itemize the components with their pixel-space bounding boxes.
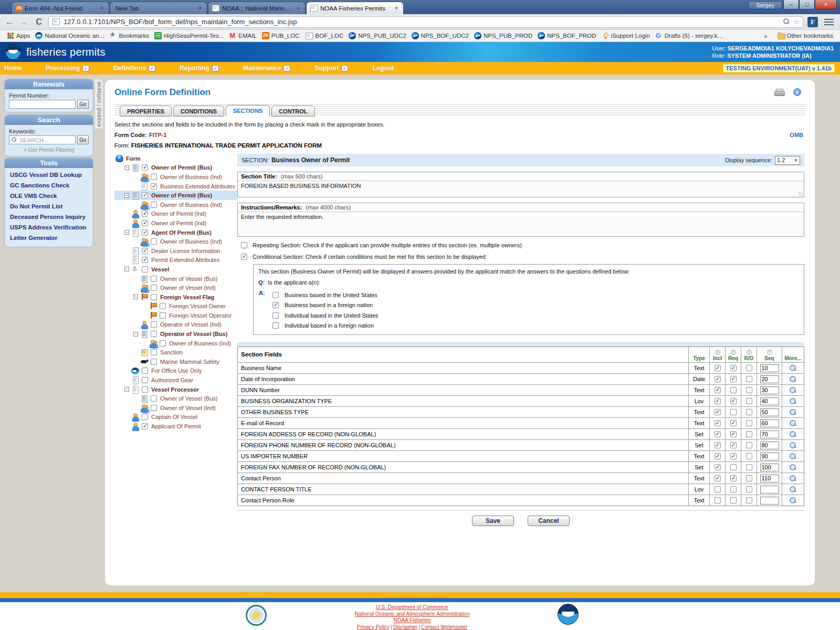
bookmark-item[interactable]: EMAIL: [226, 32, 259, 39]
req-checkbox[interactable]: [730, 387, 737, 393]
tree-item[interactable]: Owner of Permit (Ind): [114, 218, 237, 228]
dropdown-check-icon[interactable]: ✓: [284, 65, 290, 71]
nav-item-processing[interactable]: Processing✓: [46, 65, 89, 72]
nav-item-home[interactable]: Home: [4, 65, 22, 72]
tree-item-checkbox[interactable]: [151, 395, 157, 402]
bookmark-item[interactable]: Drafts (5) - sergey.k...: [653, 32, 725, 39]
ro-checkbox[interactable]: [746, 398, 752, 404]
tree-item[interactable]: Owner of Business (Ind): [114, 200, 237, 209]
tree-item-label[interactable]: Applicant Of Permit: [150, 423, 203, 429]
help-icon[interactable]: ?: [715, 350, 720, 355]
footer-link-commerce[interactable]: U.S. Department of Commerce: [376, 604, 448, 610]
tree-item-checkbox[interactable]: [142, 377, 148, 383]
tree-item[interactable]: Permit Extended Attributes: [114, 256, 237, 265]
field-details-magnifier-icon[interactable]: [790, 365, 796, 372]
tree-item-label[interactable]: Owner of Vessel (Bus): [159, 395, 219, 402]
search-icon[interactable]: [783, 18, 790, 25]
use-permit-filtering-link[interactable]: > Use Permit Filtering: [9, 147, 89, 153]
field-details-magnifier-icon[interactable]: [790, 497, 796, 504]
req-checkbox[interactable]: [730, 420, 737, 426]
tree-item-checkbox[interactable]: [160, 303, 166, 309]
tree-item-checkbox[interactable]: [151, 359, 157, 365]
field-details-magnifier-icon[interactable]: [790, 387, 796, 394]
tree-item[interactable]: −Foreign Vessel Flag: [114, 292, 237, 302]
url-text[interactable]: 127.0.0.1:7101/NPS_BOF/bof_form_def/nps_…: [64, 18, 780, 26]
tree-item[interactable]: Authorized Gear: [114, 375, 237, 385]
tree-item-label[interactable]: Captain Of Vessel: [150, 414, 199, 420]
incl-checkbox[interactable]: [715, 376, 721, 382]
seq-input[interactable]: [760, 386, 779, 394]
tree-collapse-icon[interactable]: −: [124, 193, 129, 198]
seq-input[interactable]: [760, 375, 779, 383]
ro-checkbox[interactable]: [746, 464, 752, 470]
tree-item-checkbox[interactable]: [142, 211, 148, 217]
omb-link[interactable]: OMB: [790, 132, 803, 138]
tree-collapse-icon[interactable]: −: [124, 387, 129, 392]
bookmark-item[interactable]: NPS_PUB_UDC2: [346, 32, 408, 39]
dropdown-check-icon[interactable]: ✓: [212, 65, 219, 71]
browser-tab[interactable]: New Tab×: [110, 2, 207, 14]
tree-item-label[interactable]: For Office Use Only: [150, 368, 203, 374]
dropdown-check-icon[interactable]: ✓: [341, 65, 348, 71]
footer-link-privacy[interactable]: Privacy Policy: [357, 624, 390, 630]
help-icon[interactable]: ?: [731, 350, 736, 355]
bookmark-item[interactable]: NPS_PUB_PROD: [471, 32, 535, 39]
tree-collapse-icon[interactable]: −: [124, 267, 129, 271]
tree-item[interactable]: −Agent Of Permit (Bus): [114, 228, 237, 237]
tree-item-label[interactable]: Owner of Business (Ind): [159, 202, 224, 208]
tree-item-checkbox[interactable]: [151, 349, 157, 355]
tree-item-checkbox[interactable]: [151, 331, 157, 337]
field-details-magnifier-icon[interactable]: [790, 376, 796, 383]
tree-item-label[interactable]: Foreign Vessel Owner: [167, 303, 227, 309]
tree-item[interactable]: Form: [114, 154, 237, 163]
ro-checkbox[interactable]: [746, 387, 752, 393]
tree-item-label[interactable]: Owner of Vessel (Ind): [159, 285, 217, 291]
tree-item-checkbox[interactable]: [151, 405, 157, 411]
tree-item-label[interactable]: Sanction: [159, 349, 184, 355]
back-icon[interactable]: ←: [4, 17, 15, 27]
answer-checkbox[interactable]: [272, 322, 279, 329]
seq-input[interactable]: [760, 419, 779, 427]
tree-item[interactable]: −Operator of Vessel (Bus): [114, 329, 237, 339]
field-details-magnifier-icon[interactable]: [790, 431, 796, 438]
tree-item-label[interactable]: Authorized Gear: [150, 377, 195, 383]
tab-sections[interactable]: SECTIONS: [226, 105, 270, 117]
tree-item[interactable]: −Vessel Processor: [114, 385, 237, 394]
conditional-section-checkbox[interactable]: [241, 254, 247, 260]
display-sequence-select[interactable]: 1.2 ▼: [775, 156, 800, 165]
section-title-textarea[interactable]: FOREIGN BASED BUSINESS INFORMATION: [238, 181, 804, 197]
tree-item[interactable]: −Vessel: [114, 265, 237, 274]
tree-item[interactable]: Owner of Business (Ind): [114, 237, 237, 246]
incl-checkbox[interactable]: [715, 431, 721, 437]
bookmark-item[interactable]: iSupport Login: [599, 32, 653, 39]
tool-link[interactable]: Do Not Permit List: [5, 201, 93, 212]
bookmarks-overflow-icon[interactable]: »: [762, 32, 770, 40]
tree-item[interactable]: Marine Mammal Safety: [114, 357, 237, 366]
incl-checkbox[interactable]: [715, 398, 721, 404]
seq-input[interactable]: [760, 430, 779, 438]
answer-checkbox[interactable]: [272, 302, 279, 308]
tree-item-label[interactable]: Owner of Business (Ind): [159, 238, 224, 245]
permit-number-input[interactable]: [9, 100, 76, 109]
ro-checkbox[interactable]: [746, 442, 752, 448]
tab-conditions[interactable]: CONDITIONS: [173, 106, 224, 117]
tab-close-icon[interactable]: ×: [295, 5, 302, 12]
browser-tab[interactable]: Error 404--Not Found×: [12, 2, 109, 14]
tree-item[interactable]: Business Extended Attributes: [114, 182, 237, 191]
bookmark-star-icon[interactable]: ☆: [793, 18, 800, 26]
reload-icon[interactable]: C: [34, 17, 44, 27]
forward-icon[interactable]: →: [19, 17, 29, 27]
tab-control[interactable]: CONTROL: [271, 106, 314, 117]
tree-item-checkbox[interactable]: [142, 248, 148, 254]
tree-item-label[interactable]: Owner of Permit (Bus): [150, 192, 214, 198]
footer-link-fisheries[interactable]: NOAA Fisheries: [393, 617, 430, 623]
tab-close-icon[interactable]: ×: [98, 5, 106, 12]
browser-menu-icon[interactable]: [824, 19, 834, 25]
dropdown-check-icon[interactable]: ✓: [149, 65, 155, 71]
bookmark-item[interactable]: NPS_BOF_UDC2: [409, 32, 471, 39]
browser-profile-button[interactable]: Sergey: [748, 1, 782, 9]
req-checkbox[interactable]: [730, 442, 737, 448]
tab-close-icon[interactable]: ×: [393, 5, 400, 12]
req-checkbox[interactable]: [730, 475, 737, 481]
tree-item-label[interactable]: Vessel: [150, 266, 171, 272]
